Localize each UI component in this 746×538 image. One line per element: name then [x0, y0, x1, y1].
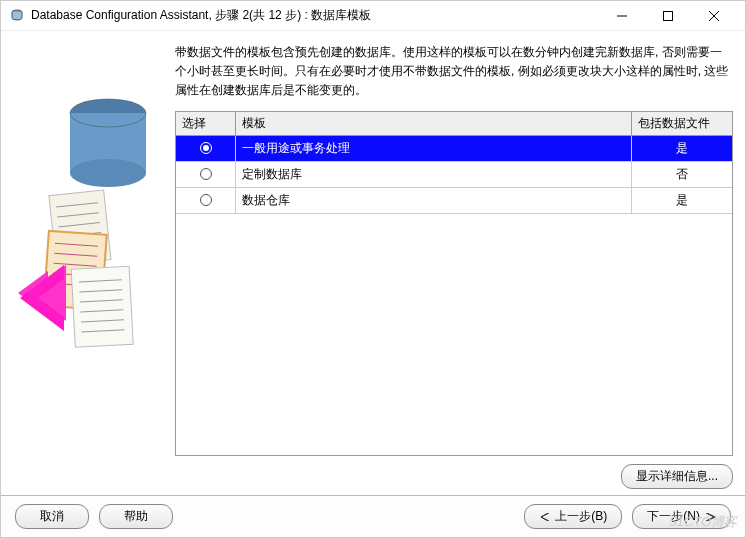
table-row[interactable]: 一般用途或事务处理 是: [176, 136, 732, 162]
step-description: 带数据文件的模板包含预先创建的数据库。使用这样的模板可以在数分钟内创建完新数据库…: [175, 43, 733, 111]
svg-rect-20: [71, 266, 133, 347]
show-details-button[interactable]: 显示详细信息...: [621, 464, 733, 489]
col-header-includes: 包括数据文件: [632, 112, 732, 135]
template-name: 数据仓库: [236, 188, 632, 213]
cancel-button[interactable]: 取消: [15, 504, 89, 529]
app-icon: [9, 8, 25, 24]
template-includes: 是: [632, 188, 732, 213]
col-header-select: 选择: [176, 112, 236, 135]
radio-icon[interactable]: [200, 194, 212, 206]
wizard-footer: 取消 帮助 上一步(B) 下一步(N): [1, 495, 745, 537]
minimize-button[interactable]: [599, 1, 645, 31]
svg-point-7: [70, 159, 146, 187]
table-row[interactable]: 定制数据库 否: [176, 162, 732, 188]
help-button[interactable]: 帮助: [99, 504, 173, 529]
template-includes: 否: [632, 162, 732, 187]
table-body: 一般用途或事务处理 是 定制数据库 否 数据仓库 是: [176, 136, 732, 455]
col-header-template: 模板: [236, 112, 632, 135]
wizard-graphic: [13, 43, 163, 495]
table-header: 选择 模板 包括数据文件: [176, 112, 732, 136]
table-row[interactable]: 数据仓库 是: [176, 188, 732, 214]
back-label: 上一步(B): [555, 508, 607, 525]
template-table: 选择 模板 包括数据文件 一般用途或事务处理 是 定制数据库 否: [175, 111, 733, 456]
svg-rect-2: [664, 11, 673, 20]
template-name: 定制数据库: [236, 162, 632, 187]
template-includes: 是: [632, 136, 732, 161]
back-button[interactable]: 上一步(B): [524, 504, 622, 529]
watermark: 51CTO博客: [669, 513, 737, 531]
radio-icon[interactable]: [200, 168, 212, 180]
window-title: Database Configuration Assistant, 步骤 2(共…: [31, 7, 599, 24]
maximize-button[interactable]: [645, 1, 691, 31]
template-name: 一般用途或事务处理: [236, 136, 632, 161]
chevron-left-icon: [539, 513, 551, 521]
titlebar: Database Configuration Assistant, 步骤 2(共…: [1, 1, 745, 31]
close-button[interactable]: [691, 1, 737, 31]
radio-icon[interactable]: [200, 142, 212, 154]
